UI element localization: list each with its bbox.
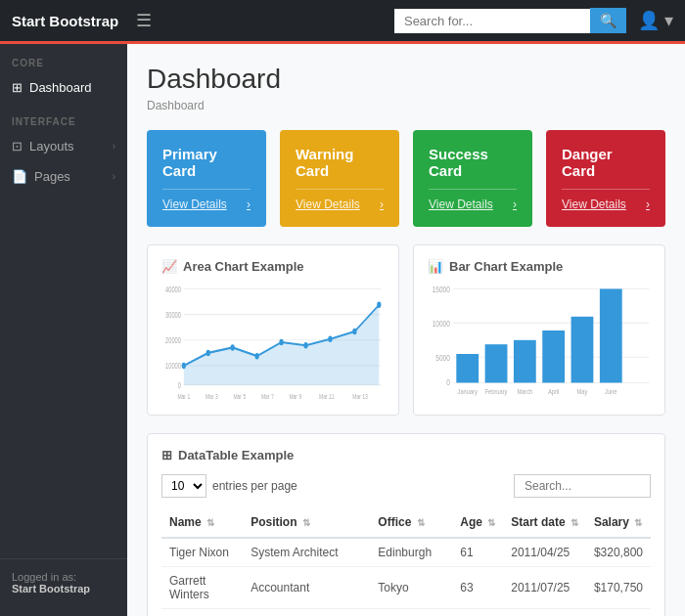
svg-text:0: 0: [446, 377, 450, 387]
col-name: Name ⇅: [161, 507, 243, 538]
bar-chart-title: Bar Chart Example: [449, 259, 563, 274]
sort-icon: ⇅: [417, 517, 425, 528]
page-title: Dashboard: [147, 64, 665, 95]
main-content: Dashboard Dashboard Primary Card View De…: [127, 44, 685, 616]
col-salary: Salary ⇅: [586, 507, 651, 538]
cell-age: 63: [452, 567, 503, 609]
sidebar: CORE ⊞ Dashboard INTERFACE ⊡ Layouts › 📄…: [0, 44, 127, 616]
svg-text:Mar 5: Mar 5: [233, 392, 246, 400]
datatable-card: ⊞ DataTable Example 10 25 50 entries per…: [147, 433, 665, 616]
bar-chart-icon: 📊: [428, 259, 443, 274]
cell-name: Tiger Nixon: [161, 538, 243, 567]
table-row: Tiger Nixon System Architect Edinburgh 6…: [161, 538, 651, 567]
cell-position: Accountant: [243, 567, 370, 609]
sidebar-item-pages[interactable]: 📄 Pages ›: [0, 161, 127, 192]
danger-card-link[interactable]: View Details ›: [562, 189, 650, 211]
col-position: Position ⇅: [243, 507, 370, 538]
cell-office: San Francisco: [370, 609, 452, 617]
svg-text:Mar 7: Mar 7: [261, 392, 274, 400]
layout: CORE ⊞ Dashboard INTERFACE ⊡ Layouts › 📄…: [0, 44, 685, 616]
sidebar-pages-label: Pages: [34, 169, 70, 184]
search-input[interactable]: [394, 9, 590, 33]
svg-point-13: [231, 344, 235, 351]
cell-office: Edinburgh: [370, 538, 452, 567]
danger-card: Danger Card View Details ›: [546, 130, 665, 227]
primary-card-title: Primary Card: [162, 146, 251, 179]
sidebar-section-interface: INTERFACE: [0, 103, 127, 131]
svg-text:0: 0: [178, 380, 181, 391]
pages-icon: 📄: [12, 169, 27, 184]
sort-icon: ⇅: [634, 517, 642, 528]
cards-row: Primary Card View Details › Warning Card…: [147, 130, 665, 227]
breadcrumb: Dashboard: [147, 99, 665, 112]
svg-rect-38: [542, 330, 565, 382]
brand-label: Start Bootstrap: [12, 13, 118, 29]
cell-age: 61: [452, 538, 503, 567]
svg-point-19: [377, 302, 381, 309]
table-row: Garrett Winters Accountant Tokyo 63 2011…: [161, 567, 651, 609]
sidebar-item-layouts[interactable]: ⊡ Layouts ›: [0, 131, 127, 161]
search-button[interactable]: 🔍: [590, 8, 626, 33]
chevron-right-icon: ›: [247, 198, 251, 211]
cell-position: Junior Technical Author: [243, 609, 370, 617]
svg-point-11: [182, 363, 186, 370]
warning-card-title: Warning Card: [296, 146, 384, 179]
svg-text:June: June: [605, 388, 617, 396]
bar-chart-card: 📊 Bar Chart Example 15000 10000 5000 0: [413, 244, 665, 416]
primary-card-link[interactable]: View Details ›: [162, 189, 251, 211]
table-header-row: Name ⇅ Position ⇅ Office ⇅ Age ⇅ Start d…: [161, 507, 651, 538]
svg-text:40000: 40000: [165, 284, 181, 294]
logged-in-label: Logged in as:: [12, 571, 76, 583]
svg-text:15000: 15000: [433, 285, 450, 294]
datatable-controls: 10 25 50 entries per page: [161, 474, 651, 498]
table-search-input[interactable]: [514, 474, 651, 498]
menu-toggle-button[interactable]: ☰: [128, 6, 160, 35]
table-search: [514, 474, 651, 498]
primary-card: Primary Card View Details ›: [147, 130, 266, 227]
chevron-right-icon: ›: [113, 141, 115, 152]
danger-card-title: Danger Card: [562, 146, 650, 179]
user-menu-button[interactable]: 👤 ▾: [638, 10, 673, 31]
svg-point-15: [279, 339, 283, 346]
area-chart: 40000 30000 20000 10000 0: [161, 284, 385, 401]
svg-text:30000: 30000: [165, 310, 181, 321]
success-card-link[interactable]: View Details ›: [429, 189, 517, 211]
dashboard-icon: ⊞: [12, 80, 23, 95]
cell-start: 2009/01/12: [503, 609, 586, 617]
warning-card-link[interactable]: View Details ›: [296, 189, 384, 211]
cell-salary: $170,750: [586, 567, 651, 609]
cell-age: 66: [452, 609, 503, 617]
sidebar-dashboard-label: Dashboard: [29, 80, 92, 95]
search-form: 🔍: [394, 8, 626, 33]
area-chart-title: Area Chart Example: [183, 259, 304, 274]
svg-point-17: [328, 335, 332, 342]
col-office: Office ⇅: [370, 507, 452, 538]
svg-text:5000: 5000: [435, 353, 449, 363]
table-row: Ashton Cox Junior Technical Author San F…: [161, 609, 651, 617]
entries-control: 10 25 50 entries per page: [161, 474, 297, 498]
svg-point-12: [206, 350, 210, 357]
cell-salary: $86,000: [586, 609, 651, 617]
cell-salary: $320,800: [586, 538, 651, 567]
svg-point-14: [254, 353, 258, 360]
entries-select[interactable]: 10 25 50: [161, 474, 206, 498]
sidebar-item-dashboard[interactable]: ⊞ Dashboard: [0, 72, 127, 103]
svg-rect-35: [456, 354, 479, 382]
col-age: Age ⇅: [452, 507, 503, 538]
success-card: Success Card View Details ›: [413, 130, 532, 227]
area-chart-icon: 📈: [161, 259, 177, 274]
sidebar-layouts-label: Layouts: [29, 139, 74, 154]
svg-text:Mar 13: Mar 13: [352, 392, 368, 400]
svg-text:Mar 11: Mar 11: [319, 392, 335, 400]
col-startdate: Start date ⇅: [503, 507, 586, 538]
data-table: Name ⇅ Position ⇅ Office ⇅ Age ⇅ Start d…: [161, 507, 651, 616]
svg-text:January: January: [458, 388, 479, 397]
svg-text:February: February: [485, 388, 508, 397]
layouts-icon: ⊡: [12, 139, 23, 154]
chevron-right-icon: ›: [513, 198, 517, 211]
warning-card: Warning Card View Details ›: [280, 130, 399, 227]
charts-row: 📈 Area Chart Example 40000 30000 20000 1…: [147, 244, 665, 416]
cell-start: 2011/04/25: [503, 538, 586, 567]
svg-text:April: April: [548, 388, 560, 397]
cell-name: Ashton Cox: [161, 609, 243, 617]
